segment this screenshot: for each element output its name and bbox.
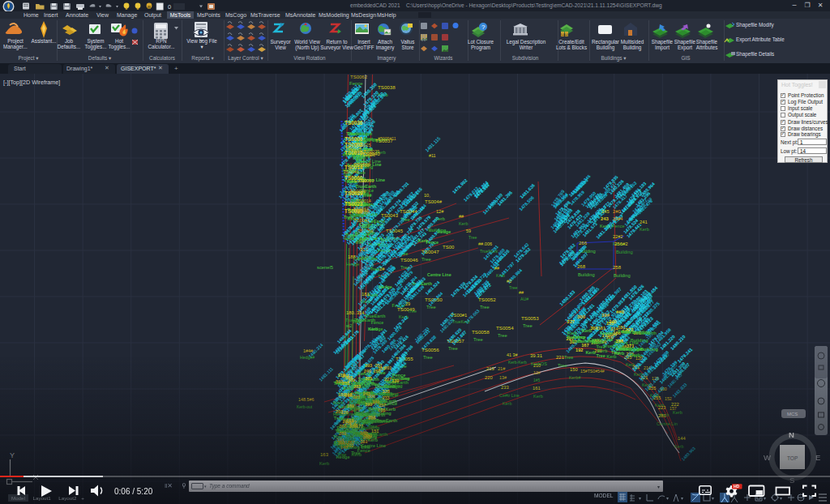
svg-text:Tree: Tree — [597, 353, 605, 358]
svg-text:Kerb: Kerb — [319, 461, 329, 466]
svg-text:TS00: TS00 — [443, 245, 455, 250]
svg-text:Building: Building — [616, 250, 633, 254]
svg-text:181: 181 — [362, 292, 370, 297]
svg-text:22#2: 22#2 — [613, 234, 622, 239]
svg-text:243: 243 — [362, 391, 370, 396]
svg-text:TS0008: TS0008 — [344, 142, 363, 147]
svg-text:Kerb: Kerb — [361, 299, 370, 304]
svg-text:#11: #11 — [429, 153, 436, 158]
svg-text:TS0014: TS0014 — [344, 164, 363, 170]
svg-text:TS0058: TS0058 — [472, 329, 490, 335]
svg-text:Tree: Tree — [423, 355, 433, 360]
svg-text:281: 281 — [658, 413, 666, 418]
svg-text:Tree: Tree — [351, 451, 361, 455]
svg-text:#5009#11: #5009#11 — [378, 136, 396, 141]
svg-text:390: 390 — [365, 402, 372, 407]
svg-text:369: 369 — [348, 378, 355, 382]
svg-text:TrueEarth: TrueEarth — [345, 318, 364, 322]
svg-text:TS0030: TS0030 — [344, 208, 363, 214]
svg-text:TS0054: TS0054 — [496, 325, 514, 331]
svg-text:Kerb: Kerb — [582, 328, 593, 333]
svg-text:241: 241 — [640, 220, 648, 224]
svg-text:282: 282 — [343, 419, 350, 424]
svg-text:Building: Building — [578, 272, 595, 277]
svg-text:300: 300 — [577, 314, 586, 319]
svg-text:TS0029: TS0029 — [344, 190, 363, 196]
svg-text:283: 283 — [353, 384, 361, 389]
svg-text:Kerb: Kerb — [673, 410, 682, 415]
svg-text:328: 328 — [383, 389, 390, 394]
svg-text:Fence: Fence — [600, 331, 613, 335]
svg-text:Centre Line: Centre Line — [427, 272, 451, 277]
svg-text:188: 188 — [378, 408, 385, 412]
svg-text:Kerb: Kerb — [496, 273, 505, 278]
svg-text:156: 156 — [373, 369, 380, 374]
svg-text:##: ## — [519, 290, 524, 295]
svg-text:251: 251 — [375, 363, 383, 368]
svg-text:Kerb: Kerb — [674, 444, 683, 449]
svg-text:1#4#: 1#4# — [303, 348, 313, 353]
svg-text:39.31: 39.31 — [530, 353, 543, 358]
svg-text:Fence: Fence — [392, 373, 405, 378]
svg-text:Centre Line: Centre Line — [588, 337, 613, 342]
svg-text:TrueEarth: TrueEarth — [365, 314, 385, 318]
svg-text:172: 172 — [349, 420, 357, 425]
svg-text:25#4: 25#4 — [613, 216, 622, 221]
svg-text:227: 227 — [567, 319, 575, 324]
svg-text:151: 151 — [371, 429, 379, 434]
svg-text:scenel5: scenel5 — [317, 265, 333, 270]
svg-text:Kerb: Kerb — [368, 327, 379, 331]
svg-text:Tree: Tree — [364, 136, 373, 141]
svg-text:Kerb: Kerb — [585, 350, 596, 355]
svg-text:Centre Line: Centre Line — [357, 159, 381, 164]
svg-text:Tree: Tree — [408, 309, 417, 314]
svg-text:41 3#: 41 3# — [507, 352, 518, 357]
svg-text:15#TS0#54#: 15#TS0#54# — [580, 369, 605, 374]
svg-text:Fence: Fence — [426, 240, 439, 245]
svg-text:345: 345 — [601, 209, 610, 214]
svg-text:19#: 19# — [601, 313, 610, 318]
svg-text:Tree: Tree — [509, 285, 518, 290]
svg-text:Tree: Tree — [468, 235, 477, 240]
svg-text:TS004#: TS004# — [425, 199, 443, 204]
svg-text:MCS: MCS — [787, 412, 798, 416]
svg-text:TS0046: TS0046 — [400, 257, 418, 263]
svg-text:257: 257 — [379, 403, 386, 408]
svg-text:Tree: Tree — [473, 337, 483, 342]
svg-text:59: 59 — [466, 229, 471, 233]
svg-text:Building: Building — [567, 335, 585, 340]
svg-text:0:06 / 5:20: 0:06 / 5:20 — [114, 487, 153, 496]
svg-text:Tree: Tree — [564, 355, 573, 360]
svg-text:TS0053: TS0053 — [521, 315, 539, 321]
svg-text:145: 145 — [340, 445, 348, 450]
svg-text:Y: Y — [10, 451, 15, 459]
svg-text:##: ## — [459, 214, 464, 219]
svg-text:##0: ##0 — [616, 310, 625, 314]
svg-text:1#5: 1#5 — [533, 378, 541, 382]
svg-text:Ce#tr Line: Ce#tr Line — [499, 393, 520, 398]
svg-text:192: 192 — [575, 348, 584, 352]
svg-text:29: 29 — [405, 301, 410, 306]
svg-text:Tree: Tree — [421, 257, 431, 262]
svg-text:Fence: Fence — [612, 224, 625, 229]
svg-text:##: ## — [494, 266, 499, 271]
svg-text:Kerb#: Kerb# — [569, 375, 580, 380]
svg-text:150: 150 — [570, 367, 578, 372]
svg-text:TS0040: TS0040 — [362, 151, 380, 156]
svg-text:Tree: Tree — [344, 215, 353, 220]
svg-text:Kerb: Kerb — [503, 401, 511, 406]
svg-text:265: 265 — [344, 393, 352, 398]
svg-text:TS0006: TS0006 — [344, 136, 363, 142]
svg-text:323: 323 — [353, 395, 360, 399]
svg-text:233: 233 — [501, 385, 509, 390]
svg-text:223: 223 — [658, 405, 665, 410]
svg-text:Kerb-out: Kerb-out — [297, 404, 313, 409]
svg-text:269: 269 — [339, 431, 346, 436]
svg-text:Centre Line: Centre Line — [353, 256, 378, 261]
svg-text:221: 221 — [340, 440, 347, 445]
svg-text:381: 381 — [360, 439, 367, 444]
svg-text:0: 0 — [168, 3, 171, 11]
svg-text:250: 250 — [368, 415, 375, 420]
svg-text:TS0036: TS0036 — [344, 120, 363, 126]
svg-text:Fence: Fence — [618, 329, 631, 334]
